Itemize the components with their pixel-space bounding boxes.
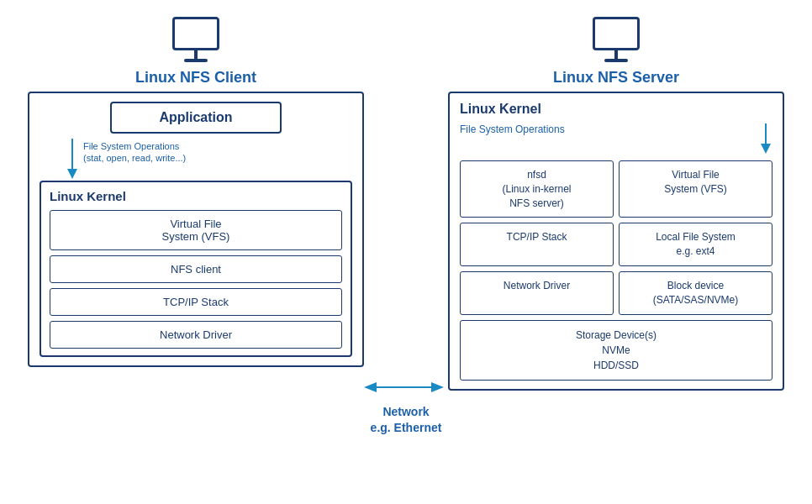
client-monitor: [172, 17, 219, 62]
client-title: Linux NFS Client: [135, 69, 256, 87]
fs-ops-line2: (stat, open, read, write...): [83, 152, 186, 164]
svg-marker-6: [761, 144, 771, 154]
server-title: Linux NFS Server: [553, 69, 679, 87]
tcpip-client-box: TCP/IP Stack: [50, 288, 342, 316]
server-outer-box: Linux Kernel File System Operations nfsd…: [448, 92, 784, 391]
svg-marker-1: [67, 169, 77, 179]
monitor-base-icon: [184, 59, 208, 62]
local-fs-box: Local File Systeme.g. ext4: [619, 223, 772, 266]
server-monitor-stand-icon: [614, 50, 618, 59]
application-box: Application: [110, 102, 282, 134]
vfs-box: Virtual FileSystem (VFS): [50, 210, 342, 250]
netdriver-client-box: Network Driver: [50, 321, 342, 349]
server-side: Linux NFS Server Linux Kernel File Syste…: [448, 17, 784, 487]
server-fs-ops-arrow: [759, 123, 772, 154]
nfs-client-box: NFS client: [50, 255, 342, 283]
diagram: Linux NFS Client Application File System…: [11, 8, 801, 496]
client-side: Linux NFS Client Application File System…: [28, 17, 364, 487]
nfsd-box: nfsd(Linux in-kernelNFS server): [460, 160, 614, 218]
storage-device-box: Storage Device(s)NVMeHDD/SSD: [460, 320, 772, 381]
network-arrow: [364, 370, 448, 404]
client-kernel-box: Linux Kernel Virtual FileSystem (VFS) NF…: [40, 181, 352, 357]
server-tcpip-box: TCP/IP Stack: [460, 223, 614, 266]
svg-marker-3: [431, 382, 444, 392]
svg-marker-4: [364, 382, 377, 392]
network-label-line1: Network: [382, 404, 429, 421]
server-kernel-label: Linux Kernel: [460, 102, 772, 117]
server-fs-ops-label: File System Operations: [460, 123, 565, 137]
fs-ops-line1: File System Operations: [83, 140, 186, 152]
client-outer-box: Application File System Operations (stat…: [28, 92, 364, 367]
block-device-box: Block device(SATA/SAS/NVMe): [619, 271, 772, 315]
server-monitor-screen-icon: [593, 17, 640, 50]
fs-ops-arrow: [65, 139, 80, 179]
server-netdriver-box: Network Driver: [460, 271, 614, 315]
server-grid: nfsd(Linux in-kernelNFS server) Virtual …: [460, 160, 772, 315]
client-kernel-label: Linux Kernel: [50, 189, 342, 203]
monitor-screen-icon: [172, 17, 219, 50]
center-area: Network e.g. Ethernet: [364, 17, 448, 487]
monitor-stand-icon: [194, 50, 198, 59]
server-monitor-base-icon: [604, 59, 628, 62]
server-monitor: [593, 17, 640, 62]
network-label-line2: e.g. Ethernet: [371, 420, 442, 437]
server-vfs-box: Virtual FileSystem (VFS): [619, 160, 772, 218]
